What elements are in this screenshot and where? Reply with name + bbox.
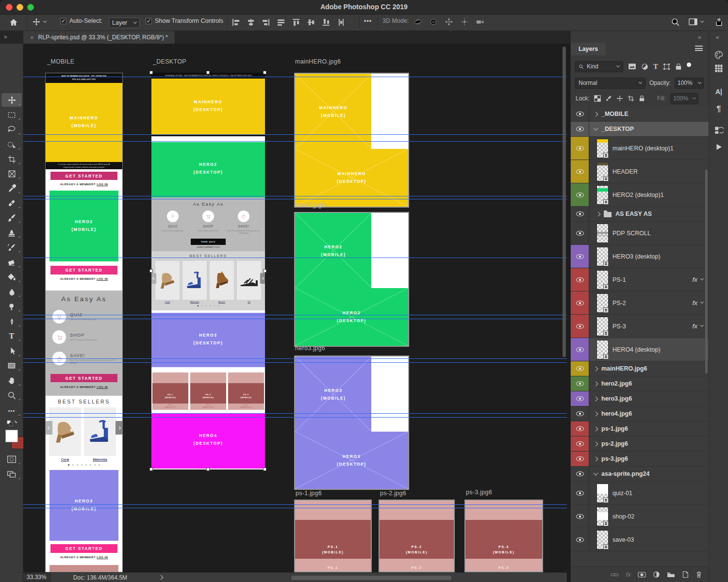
delete-layer-icon[interactable] [695,571,702,578]
visibility-toggle[interactable] [571,376,589,391]
new-group-icon[interactable] [667,571,675,578]
carousel-dots[interactable] [46,464,122,466]
collapse-icon[interactable] [594,470,598,475]
align-left-edges-icon[interactable] [231,17,241,27]
layers-panel-tab[interactable]: Layers [571,43,606,55]
panel-menu-icon[interactable] [695,46,703,51]
layer-row-selected[interactable]: HERO4 (desktop) [571,338,709,361]
panel-collapse-icon[interactable]: » [698,34,702,41]
artboard-label-ps3[interactable]: ps-3.jpg6 [466,489,492,496]
filter-adjustment-layers-icon[interactable] [641,63,648,70]
artboard-label-ps1[interactable]: ps-1.jpg6 [296,490,322,497]
layer-row[interactable]: ps-2.jpg6 [571,436,709,452]
color-panel-icon[interactable] [713,49,724,60]
visibility-toggle[interactable] [571,338,589,361]
marquee-tool[interactable] [1,108,22,122]
align-right-edges-icon[interactable] [261,17,271,27]
history-panel-icon[interactable] [713,125,724,136]
artboard-label-mainhero[interactable]: mainHERO.jpg6 [295,58,341,65]
gradient-tool[interactable] [1,270,22,284]
artboard-label-mobile[interactable]: _MOBILE [47,58,74,65]
artboard-mobile[interactable]: NEW VIP MEMBER EXCLUSIVE · PPC OFFER PPD… [45,73,123,572]
auto-select-target-dropdown[interactable]: Layer [109,17,140,28]
expand-icon[interactable] [594,441,598,446]
expand-icon[interactable] [594,112,598,116]
visibility-toggle[interactable] [571,315,589,338]
distribute-vertical-icon[interactable] [336,17,346,27]
artboard-label-ps2[interactable]: ps-2.jpg6 [380,490,406,497]
opacity-dropdown[interactable]: 100% [675,78,704,89]
visibility-toggle[interactable] [571,183,589,206]
close-tab-icon[interactable]: × [30,34,34,41]
layer-row[interactable]: hero4.jpg6 [571,406,709,421]
layer-row[interactable]: AS EASY AS [571,207,709,222]
dodge-tool[interactable] [1,300,22,313]
carousel-prev-button[interactable] [151,273,156,284]
workspace-switcher[interactable] [688,17,703,26]
distribute-horizontal-icon[interactable] [276,17,286,27]
visibility-toggle[interactable] [571,245,589,268]
artboard-label-hero2[interactable]: hero2.jpg6 [295,202,325,209]
align-top-edges-icon[interactable] [291,17,301,27]
link-layers-icon[interactable] [611,571,619,578]
document-canvas[interactable]: _MOBILE _DESKTOP mainHERO.jpg6 hero2.jpg… [23,44,567,572]
product-name[interactable]: Coral [49,458,81,461]
carousel-next-button[interactable] [116,421,122,435]
lock-artboard-icon[interactable] [628,95,634,102]
sprite-ps2[interactable]: PS-2(MOBILE) PS-2 [379,500,455,572]
artboard-label-desktop[interactable]: _DESKTOP [153,58,186,65]
visibility-toggle[interactable] [571,122,589,136]
layer-filter-dropdown[interactable]: Kind [575,61,623,72]
checkbox-checked-icon[interactable]: ✓ [60,18,66,24]
add-layer-mask-icon[interactable] [638,571,646,578]
screen-mode-button[interactable] [1,468,22,481]
transform-handle[interactable] [149,468,153,471]
layer-row[interactable]: shop-02 [571,505,709,528]
rectangle-tool[interactable] [1,359,22,372]
edit-toolbar-button[interactable]: ••• [1,404,22,418]
transform-handle[interactable] [263,71,266,74]
filter-toggle[interactable] [687,63,691,67]
layer-row[interactable]: PS-2 fx [571,291,709,315]
visibility-toggle[interactable] [571,268,589,291]
auto-select-checkbox[interactable]: ✓ Auto-Select: [60,17,102,24]
visibility-toggle[interactable] [571,107,589,121]
filter-smart-objects-icon[interactable] [675,63,682,70]
fill-dropdown[interactable]: 100% [670,93,698,104]
layer-row[interactable]: PS-1 fx [571,268,709,291]
spot-healing-tool[interactable] [1,196,22,210]
new-adjustment-layer-icon[interactable] [653,571,660,578]
filter-shape-layers-icon[interactable] [663,63,670,70]
expand-icon[interactable] [594,426,598,431]
more-options-button[interactable]: ••• [364,17,372,24]
align-vertical-centers-icon[interactable] [306,17,316,27]
visibility-toggle[interactable] [571,436,589,451]
new-layer-icon[interactable] [682,571,689,578]
lock-all-icon[interactable] [639,95,645,102]
layer-row[interactable]: ps-3.jpg6 [571,452,709,467]
type-tool[interactable]: T [1,329,22,343]
carousel-next-button[interactable] [260,273,265,284]
layer-row[interactable]: PS-3 fx [571,315,709,338]
layer-row-selected[interactable]: _DESKTOP [571,122,709,137]
toolbar-collapse-icon[interactable]: » [4,33,8,40]
carousel-prev-button[interactable] [46,421,52,435]
sprite-ps1[interactable]: PS-1(MOBILE) PS-1 [294,500,372,572]
visibility-toggle[interactable] [571,467,589,481]
carousel-dots[interactable] [151,305,265,307]
layer-row[interactable]: save-03 [571,528,709,551]
lock-position-icon[interactable] [616,95,623,102]
layer-row[interactable]: HEADER [571,160,709,183]
path-selection-tool[interactable] [1,344,22,358]
layer-row[interactable]: quiz-01 [571,482,709,505]
visibility-toggle[interactable] [571,291,589,314]
paragraph-panel-icon[interactable]: ¶ [713,104,724,114]
sprite-hero2[interactable]: HERO2(MOBILE) HERO2(DESKTOP) [294,212,409,347]
lasso-tool[interactable] [1,123,22,136]
artboard-desktop[interactable]: THE ANNUAL VIP SALE · NEW VIP MEMBER EXC… [151,73,265,469]
artboard-label-hero3[interactable]: hero3.jpg6 [295,345,325,352]
layer-row[interactable]: asa-sprite.png24 [571,467,709,482]
visibility-toggle[interactable] [571,528,589,551]
layer-row[interactable]: mainHERO.jpg6 [571,361,709,376]
visibility-toggle[interactable] [571,361,589,376]
